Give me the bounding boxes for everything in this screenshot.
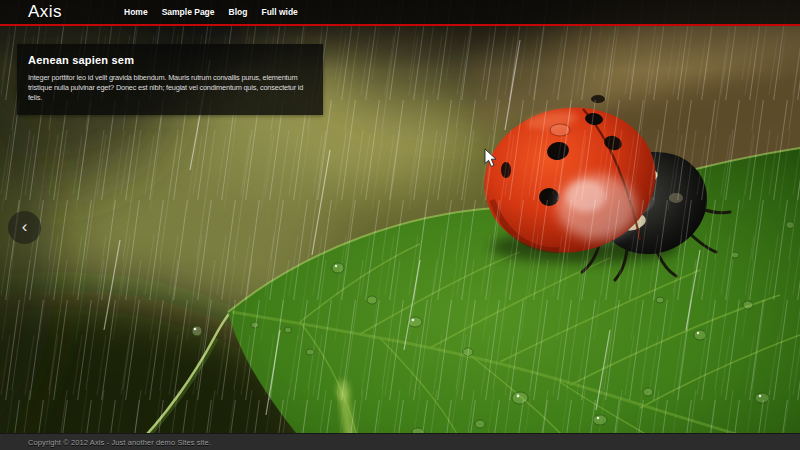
browser-viewport: Axis Home Sample Page Blog Full wide Aen… [0, 0, 800, 450]
site-header: Axis Home Sample Page Blog Full wide [0, 0, 800, 26]
slide-caption-body: Integer porttitor leo id velit gravida b… [28, 73, 311, 104]
slide-caption-title: Aenean sapien sem [28, 54, 311, 66]
site-logo[interactable]: Axis [28, 2, 62, 22]
nav-item-sample-page[interactable]: Sample Page [162, 7, 215, 17]
nav-item-full-wide[interactable]: Full wide [261, 7, 297, 17]
site-footer: Copyright © 2012 Axis - Just another dem… [0, 433, 800, 450]
nav-item-home[interactable]: Home [124, 7, 148, 17]
slide-caption: Aenean sapien sem Integer porttitor leo … [17, 44, 323, 115]
slider-prev-button[interactable]: ‹ [8, 211, 41, 244]
chevron-left-icon: ‹ [22, 218, 28, 235]
footer-copyright: Copyright © 2012 Axis - Just another dem… [28, 438, 211, 447]
main-nav: Home Sample Page Blog Full wide [124, 0, 298, 24]
nav-item-blog[interactable]: Blog [229, 7, 248, 17]
